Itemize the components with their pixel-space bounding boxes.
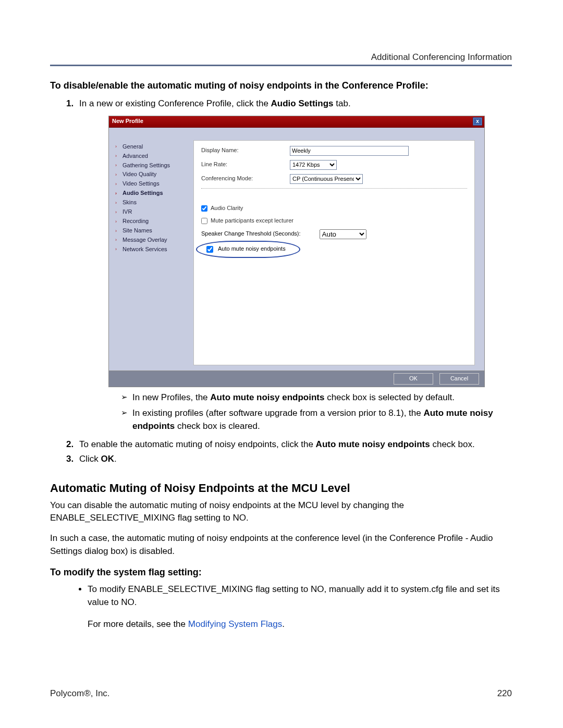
dialog-title: New Profile: [112, 117, 143, 126]
nav-recording[interactable]: ›Recording: [115, 217, 193, 226]
subheading-modify-flag: To modify the system flag setting:: [50, 567, 513, 578]
chevron-right-icon: ›: [115, 171, 120, 178]
step-3: Click OK.: [76, 453, 513, 466]
auto-mute-checkbox[interactable]: [206, 246, 213, 253]
dialog-body: ›General ›Advanced ›Gathering Settings ›…: [109, 128, 484, 371]
mute-lecturer-checkbox[interactable]: [201, 218, 207, 224]
audio-clarity-row: Audio Clarity: [201, 204, 467, 213]
nav-label: Audio Settings: [123, 189, 163, 198]
chevron-right-icon: ›: [115, 237, 120, 243]
chevron-right-icon: ›: [115, 153, 120, 159]
display-name-label: Display Name:: [201, 146, 290, 155]
ok-button[interactable]: OK: [394, 373, 433, 385]
nav-audio-settings[interactable]: ›Audio Settings: [115, 189, 193, 198]
footer-left: Polycom®, Inc.: [50, 688, 110, 699]
auto-mute-label: Auto mute noisy endpoints: [218, 245, 286, 253]
page-header-right: Additional Conferencing Information: [371, 52, 512, 63]
dialog-footer: OK Cancel: [109, 371, 484, 387]
arrow2-a: In existing profiles (after software upg…: [132, 408, 423, 418]
display-name-input[interactable]: [290, 146, 409, 156]
dot-bullets: To modify ENABLE_SELECTIVE_MIXING flag s…: [50, 583, 513, 609]
nav-label: Site Names: [123, 227, 152, 235]
conf-mode-row: Conferencing Mode: CP (Continuous Presen…: [201, 174, 467, 184]
arrow-bullet-2: In existing profiles (after software upg…: [121, 407, 513, 433]
arrow2-c: check box is cleared.: [175, 421, 260, 431]
audio-clarity-label: Audio Clarity: [211, 204, 243, 213]
header-rule: [50, 65, 512, 66]
chevron-right-icon: ›: [115, 246, 120, 253]
close-icon[interactable]: x: [473, 117, 482, 126]
new-profile-dialog: New Profile x ›General ›Advanced ›Gather…: [108, 116, 485, 387]
dialog-nav: ›General ›Advanced ›Gathering Settings ›…: [109, 128, 193, 371]
nav-label: General: [123, 143, 143, 151]
nav-label: Recording: [123, 217, 149, 226]
chevron-right-icon: ›: [115, 143, 120, 150]
arrow-bullet-1: In new Profiles, the Auto mute noisy end…: [121, 391, 513, 404]
nav-skins[interactable]: ›Skins: [115, 198, 193, 207]
step2-b: Auto mute noisy endpoints: [316, 439, 430, 449]
auto-mute-row: Auto mute noisy endpoints: [201, 243, 296, 255]
nav-label: Video Quality: [123, 170, 156, 179]
section-heading-mcu: Automatic Muting of Noisy Endpoints at t…: [50, 482, 513, 495]
chevron-right-icon: ›: [115, 162, 120, 169]
nav-label: Advanced: [123, 152, 148, 161]
nav-message-overlay[interactable]: ›Message Overlay: [115, 236, 193, 245]
nav-site-names[interactable]: ›Site Names: [115, 226, 193, 236]
nav-gathering[interactable]: ›Gathering Settings: [115, 161, 193, 170]
step3-b: OK: [101, 454, 115, 464]
chevron-right-icon: ›: [115, 209, 120, 216]
page-footer: Polycom®, Inc. 220: [50, 688, 512, 699]
more-details: For more details, see the Modifying Syst…: [88, 618, 513, 631]
arrow-bullets: In new Profiles, the Auto mute noisy end…: [79, 391, 513, 433]
document-page: Additional Conferencing Information To d…: [0, 0, 563, 728]
arrow1-b: Auto mute noisy endpoints: [210, 392, 324, 402]
line-rate-row: Line Rate: 1472 Kbps: [201, 160, 467, 170]
nav-network-services[interactable]: ›Network Services: [115, 245, 193, 254]
nav-video-quality[interactable]: ›Video Quality: [115, 170, 193, 179]
footer-page-number: 220: [497, 688, 512, 699]
step-2: To enable the automatic muting of noisy …: [76, 438, 513, 451]
step2-c: check box.: [430, 439, 475, 449]
chevron-right-icon: ›: [115, 228, 120, 235]
cancel-button[interactable]: Cancel: [439, 373, 479, 385]
procedure-heading: To disable/enable the automatic muting o…: [50, 80, 513, 91]
chevron-right-icon: ›: [115, 190, 120, 197]
nav-label: Gathering Settings: [123, 162, 170, 170]
nav-advanced[interactable]: ›Advanced: [115, 152, 193, 161]
nav-label: IVR: [123, 208, 132, 216]
nav-label: Video Settings: [123, 180, 160, 188]
speaker-threshold-label: Speaker Change Threshold (Seconds):: [201, 230, 301, 238]
nav-label: Message Overlay: [123, 236, 167, 244]
steps-list: In a new or existing Conference Profile,…: [50, 97, 513, 466]
nav-ivr[interactable]: ›IVR: [115, 207, 193, 217]
chevron-right-icon: ›: [115, 181, 120, 188]
conf-mode-select[interactable]: CP (Continuous Presence): [290, 174, 363, 184]
mute-lecturer-row: Mute participants except lecturer: [201, 217, 467, 225]
audio-clarity-checkbox[interactable]: [201, 205, 207, 212]
step-1-text-c: tab.: [334, 98, 351, 108]
conf-mode-label: Conferencing Mode:: [201, 175, 290, 183]
chevron-right-icon: ›: [115, 200, 120, 206]
line-rate-label: Line Rate:: [201, 161, 290, 169]
dot-bullet-1: To modify ENABLE_SELECTIVE_MIXING flag s…: [88, 583, 513, 609]
step-1-text-a: In a new or existing Conference Profile,…: [79, 98, 271, 108]
paragraph-1: You can disable the automatic muting of …: [50, 499, 513, 525]
speaker-threshold-select[interactable]: Auto: [320, 229, 366, 239]
speaker-threshold-row: Speaker Change Threshold (Seconds): Auto: [201, 229, 467, 239]
nav-general[interactable]: ›General: [115, 142, 193, 152]
nav-label: Network Services: [123, 245, 167, 254]
step3-a: Click: [79, 454, 101, 464]
nav-video-settings[interactable]: ›Video Settings: [115, 179, 193, 189]
chevron-right-icon: ›: [115, 218, 120, 225]
more-a: For more details, see the: [88, 619, 188, 629]
separator: [201, 188, 467, 189]
modifying-system-flags-link[interactable]: Modifying System Flags: [188, 619, 282, 629]
step3-c: .: [114, 454, 117, 464]
dialog-titlebar: New Profile x: [109, 116, 484, 128]
line-rate-select[interactable]: 1472 Kbps: [290, 160, 337, 170]
mute-lecturer-label: Mute participants except lecturer: [211, 217, 293, 225]
step-1-bold: Audio Settings: [271, 98, 334, 108]
nav-label: Skins: [123, 199, 137, 207]
arrow1-a: In new Profiles, the: [132, 392, 210, 402]
step2-a: To enable the automatic muting of noisy …: [79, 439, 316, 449]
